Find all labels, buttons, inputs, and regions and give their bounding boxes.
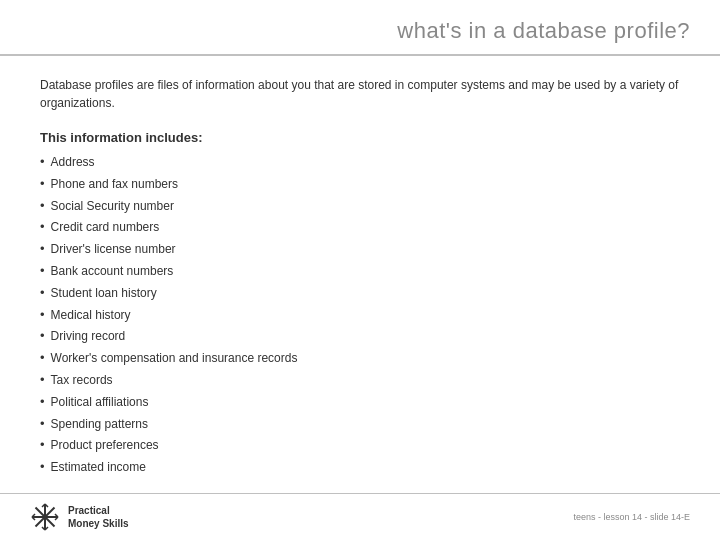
logo-area: Practical Money Skills — [30, 502, 129, 532]
bullet-list: AddressPhone and fax numbersSocial Secur… — [40, 151, 680, 478]
list-item: Political affiliations — [40, 391, 680, 413]
logo-line2: Money Skills — [68, 517, 129, 530]
list-item: Bank account numbers — [40, 260, 680, 282]
section-heading: This information includes: — [40, 130, 680, 145]
list-item: Phone and fax numbers — [40, 173, 680, 195]
list-item: Address — [40, 151, 680, 173]
list-item: Medical history — [40, 304, 680, 326]
main-content: Database profiles are files of informati… — [0, 56, 720, 493]
logo-text: Practical Money Skills — [68, 504, 129, 530]
list-item: Product preferences — [40, 434, 680, 456]
page-container: what's in a database profile? Database p… — [0, 0, 720, 540]
logo-icon — [30, 502, 60, 532]
list-item: Driving record — [40, 325, 680, 347]
header: what's in a database profile? — [0, 0, 720, 56]
list-item: Driver's license number — [40, 238, 680, 260]
list-item: Tax records — [40, 369, 680, 391]
list-item: Social Security number — [40, 195, 680, 217]
list-item: Credit card numbers — [40, 216, 680, 238]
footer: Practical Money Skills teens - lesson 14… — [0, 493, 720, 540]
logo-line1: Practical — [68, 504, 129, 517]
list-item: Spending patterns — [40, 413, 680, 435]
page-title: what's in a database profile? — [397, 18, 690, 43]
list-item: Worker's compensation and insurance reco… — [40, 347, 680, 369]
list-item: Student loan history — [40, 282, 680, 304]
slide-info: teens - lesson 14 - slide 14-E — [573, 512, 690, 522]
list-item: Estimated income — [40, 456, 680, 478]
intro-paragraph: Database profiles are files of informati… — [40, 76, 680, 112]
